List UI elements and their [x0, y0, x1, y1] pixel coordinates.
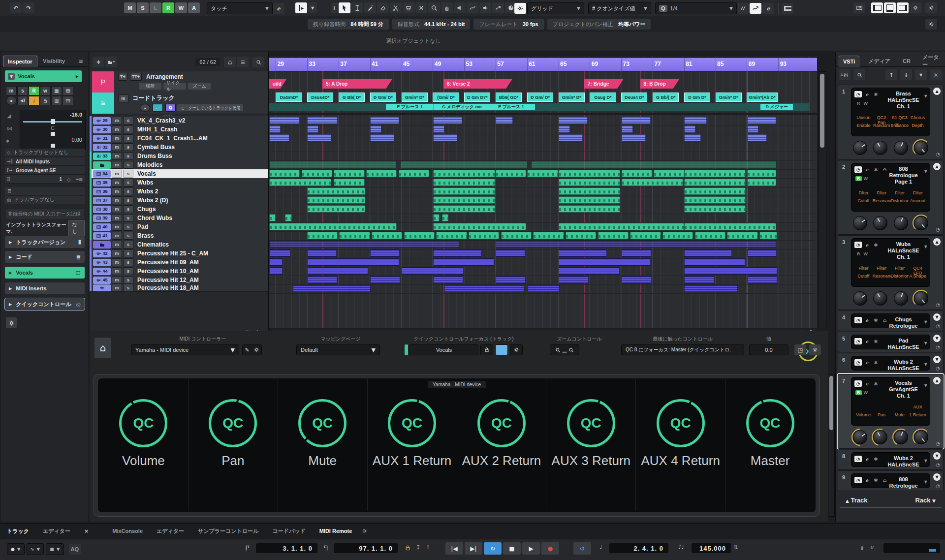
tool-zoom-button[interactable]: [428, 2, 440, 13]
delay-handle[interactable]: [51, 144, 55, 148]
tool-range-select-button[interactable]: [351, 2, 363, 13]
qc-knob-volume[interactable]: QC: [119, 399, 167, 447]
zoom-out-button[interactable]: ▂: [550, 344, 579, 355]
track-m-button[interactable]: m: [6, 86, 17, 95]
lock-button[interactable]: [40, 96, 51, 105]
undo-button[interactable]: ↶: [10, 2, 22, 13]
arranger-marker[interactable]: uild: [269, 79, 287, 89]
event[interactable]: [307, 125, 318, 133]
event[interactable]: [559, 267, 620, 275]
write-button[interactable]: W: [864, 176, 868, 181]
solo-button[interactable]: s: [123, 249, 133, 257]
chord-mute-button[interactable]: m: [118, 94, 128, 102]
inspector-section-4[interactable]: ▶クイックコントロール◎: [5, 298, 85, 310]
info-setup-button[interactable]: [925, 19, 937, 30]
home-button[interactable]: ⌂: [94, 338, 111, 358]
solo-button[interactable]: s: [123, 258, 133, 266]
lane-button[interactable]: ▥: [51, 96, 62, 105]
slot-collapse-button[interactable]: ▲: [933, 88, 941, 95]
scale-event[interactable]: E ブルース 1: [487, 104, 535, 110]
event[interactable]: [334, 179, 364, 186]
event[interactable]: [684, 196, 746, 204]
slot-collapse-button[interactable]: ▼: [933, 313, 941, 321]
track-row-Pad[interactable]: 40msPad: [90, 222, 268, 232]
instrument-screen[interactable]: ◔e✻Wubs 2HALnSncSE▼: [851, 356, 930, 371]
automation-r-button[interactable]: R: [162, 2, 174, 13]
event[interactable]: [654, 170, 684, 177]
event[interactable]: [269, 125, 281, 133]
event[interactable]: [307, 249, 337, 257]
qc-monitor-button[interactable]: [495, 344, 508, 355]
event[interactable]: [307, 134, 331, 142]
event[interactable]: [531, 161, 777, 168]
chord-event[interactable]: G Bb( D*: [339, 93, 365, 102]
timebase-button[interactable]: ♩: [29, 96, 39, 105]
grid2-icon[interactable]: ⊞: [63, 86, 73, 95]
event[interactable]: [269, 134, 289, 142]
slot-dial-icon[interactable]: ◔: [936, 227, 940, 232]
instrument-power-icon[interactable]: ◔: [854, 91, 862, 97]
event[interactable]: [662, 232, 693, 239]
event[interactable]: [370, 117, 399, 124]
aq-button[interactable]: AQ: [69, 544, 81, 555]
qc-knob-aux-2-return[interactable]: QC: [477, 399, 526, 447]
automation-m-button[interactable]: M: [124, 2, 136, 13]
quantize-panel-button[interactable]: e: [762, 3, 774, 14]
freeze-icon[interactable]: ✻: [872, 242, 880, 248]
event[interactable]: [684, 276, 714, 283]
lower-zone-toggle[interactable]: [884, 2, 896, 13]
chord-event[interactable]: Gmin* D*: [402, 93, 428, 102]
instrument-edit-icon[interactable]: e: [863, 242, 871, 248]
slot-dial-icon[interactable]: ◔: [936, 462, 940, 467]
track-row-Chugs[interactable]: 38msChugs: [90, 205, 268, 214]
event[interactable]: [559, 187, 621, 195]
event[interactable]: [433, 125, 444, 133]
instrument-select-icon[interactable]: ▼: [924, 362, 927, 367]
event[interactable]: [433, 134, 457, 142]
instrument-edit-icon[interactable]: e: [863, 317, 871, 323]
event[interactable]: [307, 205, 365, 213]
event[interactable]: [759, 232, 777, 239]
event[interactable]: [334, 170, 364, 177]
chord-event[interactable]: Gmin* D*: [716, 93, 742, 102]
slot-collapse-button[interactable]: ▼: [933, 473, 941, 481]
event[interactable]: [444, 285, 524, 292]
edit-mapping-button[interactable]: ✎: [242, 344, 262, 355]
solo-button[interactable]: s: [123, 152, 133, 160]
event[interactable]: [559, 117, 588, 124]
slot-collapse-button[interactable]: ▲: [933, 163, 941, 170]
tool-draw-button[interactable]: [364, 2, 376, 13]
track-row-Wubs 2[interactable]: 36msWubs 2: [90, 187, 268, 196]
right-locator-flag[interactable]: [322, 545, 329, 551]
event[interactable]: [293, 285, 371, 292]
freeze-icon[interactable]: ✻: [872, 91, 880, 97]
track-row-FC04_CK_1_Crash1...AM[interactable]: 31msFC04_CK_1_Crash1...AM: [90, 134, 268, 143]
window-button[interactable]: ◳: [794, 344, 806, 355]
event[interactable]: [496, 117, 513, 124]
qc-knob[interactable]: [873, 430, 887, 444]
rack-tab-CR[interactable]: CR: [899, 56, 914, 66]
event[interactable]: [307, 267, 369, 275]
stop-button[interactable]: ■: [503, 542, 521, 555]
punch-lock-button[interactable]: [405, 545, 411, 551]
right-zone-toggle[interactable]: [897, 2, 909, 13]
qc-knob-aux-1-return[interactable]: QC: [388, 399, 436, 447]
mute-button[interactable]: m: [112, 241, 122, 249]
arranger-marker[interactable]: 7: Bridge: [584, 79, 624, 89]
instrument-screen[interactable]: ◔e✻Wubs 2HALnSncSE▼: [851, 452, 930, 467]
midi-activity-select[interactable]: ▦▼: [46, 543, 63, 555]
track-row-Wubs 2 (D)[interactable]: 37msWubs 2 (D): [90, 196, 268, 205]
event[interactable]: [496, 241, 776, 248]
event[interactable]: [727, 232, 757, 239]
event[interactable]: [269, 117, 299, 124]
event[interactable]: [533, 232, 564, 239]
chord-event[interactable]: Bb6( GD*: [496, 93, 522, 102]
chord-event[interactable]: DaGmD*: [276, 93, 302, 102]
info-chip-1[interactable]: 録音形式44.1 kHz - 24 bit: [392, 19, 471, 30]
left-zone-tab-エディター[interactable]: エディター: [36, 528, 77, 535]
event[interactable]: [302, 170, 332, 177]
slot-collapse-button[interactable]: ▼: [933, 356, 941, 363]
mute-button[interactable]: m: [112, 205, 122, 213]
scale-event[interactable]: G メロディック mir: [434, 104, 490, 110]
track-row-Vocals[interactable]: 34msVocals: [90, 169, 268, 179]
